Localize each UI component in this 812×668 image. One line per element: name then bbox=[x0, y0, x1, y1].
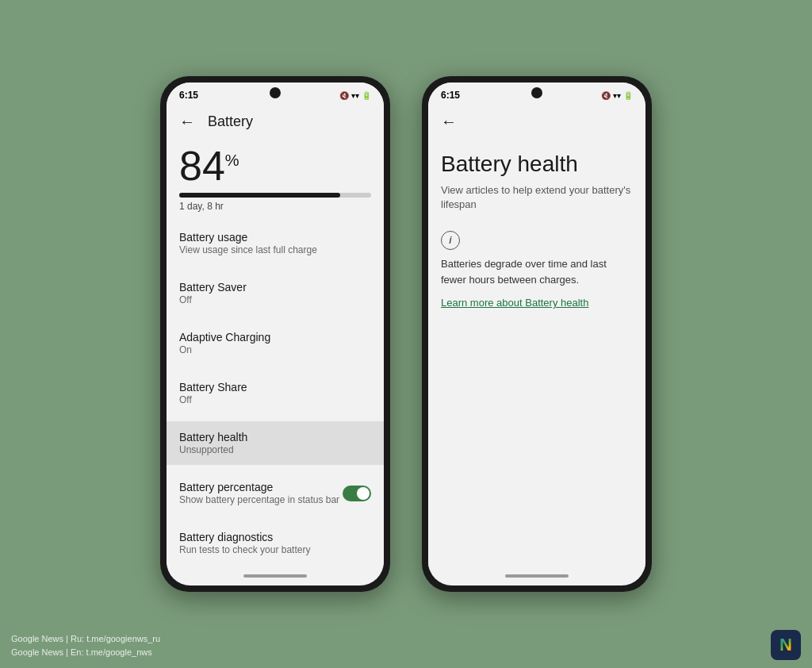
battery-level-section: 84% 1 day, 8 hr bbox=[167, 139, 384, 215]
footer-text: Google News | Ru: t.me/googienws_ru Goog… bbox=[11, 632, 160, 658]
battery-health-title: Battery health bbox=[441, 152, 633, 177]
status-icons-left: 🔇 ▾▾ 🔋 bbox=[339, 91, 371, 100]
home-indicator-right bbox=[505, 574, 569, 578]
battery-percent: 84% bbox=[179, 145, 371, 186]
screen-content-right: ← Battery health View articles to help e… bbox=[428, 105, 645, 570]
nav-bar-left: ← Battery bbox=[167, 105, 384, 139]
home-indicator-left bbox=[243, 574, 307, 578]
menu-item-subtitle-6: Show battery percentage in status bar bbox=[179, 494, 339, 505]
nav-bar-right: ← bbox=[428, 105, 645, 139]
n-logo-letter: N bbox=[779, 635, 792, 655]
menu-item-subtitle-2: Off bbox=[179, 294, 371, 305]
status-icons-right: 🔇 ▾▾ 🔋 bbox=[601, 91, 633, 100]
phone-left-screen: 6:15 🔇 ▾▾ 🔋 ← Battery 84% bbox=[167, 83, 384, 585]
percent-symbol: % bbox=[225, 152, 239, 169]
battery-icon-right: 🔋 bbox=[623, 91, 633, 100]
menu-item-title-7: Battery diagnostics bbox=[179, 531, 371, 543]
menu-item-title-4: Battery Share bbox=[179, 381, 371, 394]
wifi-icon-right: ▾▾ bbox=[613, 91, 621, 100]
info-text: Batteries degrade over time and last few… bbox=[441, 256, 633, 287]
info-circle-icon: i bbox=[441, 231, 460, 250]
bottom-bar-left bbox=[167, 570, 384, 585]
phone-left: 6:15 🔇 ▾▾ 🔋 ← Battery 84% bbox=[160, 76, 390, 592]
menu-item-title-3: Adaptive Charging bbox=[179, 331, 371, 344]
screen-content-left: ← Battery 84% 1 day, 8 hr Battery u bbox=[167, 105, 384, 570]
menu-item-subtitle-3: On bbox=[179, 344, 371, 355]
info-section: i Batteries degrade over time and last f… bbox=[441, 231, 633, 309]
battery-icon-left: 🔋 bbox=[362, 91, 371, 100]
n-logo: N bbox=[771, 630, 801, 660]
phones-container: 6:15 🔇 ▾▾ 🔋 ← Battery 84% bbox=[160, 76, 652, 592]
battery-bar-fill bbox=[179, 193, 340, 198]
back-button-left[interactable]: ← bbox=[179, 113, 195, 131]
menu-item-battery-share[interactable]: Battery Share Off bbox=[167, 371, 384, 415]
menu-item-title-6: Battery percentage bbox=[179, 481, 339, 493]
menu-item-title-5: Battery health bbox=[179, 431, 371, 443]
menu-item-title-2: Battery Saver bbox=[179, 281, 371, 294]
toggle-knob bbox=[357, 487, 370, 500]
camera-hole-right bbox=[531, 87, 542, 98]
status-time-left: 6:15 bbox=[179, 90, 198, 101]
menu-item-subtitle-1: View usage since last full charge bbox=[179, 244, 371, 255]
menu-item-row-percentage: Battery percentage Show battery percenta… bbox=[179, 481, 371, 505]
footer-line-2: Google News | En: t.me/google_nws bbox=[11, 646, 160, 659]
status-time-right: 6:15 bbox=[441, 90, 460, 101]
battery-health-subtitle: View articles to help extend your batter… bbox=[441, 183, 633, 212]
phone-right-screen: 6:15 🔇 ▾▾ 🔋 ← Battery health View articl… bbox=[428, 83, 645, 585]
menu-item-battery-percentage[interactable]: Battery percentage Show battery percenta… bbox=[167, 471, 384, 515]
status-bar-right: 6:15 🔇 ▾▾ 🔋 bbox=[428, 83, 645, 105]
bottom-bar-right bbox=[428, 570, 645, 585]
menu-item-battery-health[interactable]: Battery health Unsupported bbox=[167, 421, 384, 465]
menu-item-adaptive-charging[interactable]: Adaptive Charging On bbox=[167, 321, 384, 365]
battery-bar bbox=[179, 193, 371, 198]
learn-more-link[interactable]: Learn more about Battery health bbox=[441, 297, 633, 309]
mute-icon-left: 🔇 bbox=[339, 91, 349, 100]
back-button-right[interactable]: ← bbox=[441, 113, 457, 130]
menu-item-battery-saver[interactable]: Battery Saver Off bbox=[167, 271, 384, 315]
phone-right: 6:15 🔇 ▾▾ 🔋 ← Battery health View articl… bbox=[422, 76, 652, 592]
menu-item-title-1: Battery usage bbox=[179, 231, 371, 244]
menu-item-battery-diagnostics[interactable]: Battery diagnostics Run tests to check y… bbox=[167, 521, 384, 565]
wifi-icon-left: ▾▾ bbox=[351, 91, 359, 100]
footer-line-1: Google News | Ru: t.me/googienws_ru bbox=[11, 632, 160, 646]
menu-item-subtitle-7: Run tests to check your battery bbox=[179, 544, 371, 555]
battery-health-content: Battery health View articles to help ext… bbox=[428, 139, 645, 570]
mute-icon-right: 🔇 bbox=[601, 91, 611, 100]
page-title-left: Battery bbox=[208, 113, 253, 130]
menu-item-battery-usage[interactable]: Battery usage View usage since last full… bbox=[167, 221, 384, 265]
battery-percentage-toggle[interactable] bbox=[343, 486, 371, 501]
menu-item-subtitle-4: Off bbox=[179, 394, 371, 405]
menu-item-text-percentage: Battery percentage Show battery percenta… bbox=[179, 481, 339, 505]
menu-item-subtitle-5: Unsupported bbox=[179, 444, 371, 455]
battery-time: 1 day, 8 hr bbox=[179, 201, 371, 212]
camera-hole-left bbox=[270, 87, 281, 98]
status-bar-left: 6:15 🔇 ▾▾ 🔋 bbox=[167, 83, 384, 105]
